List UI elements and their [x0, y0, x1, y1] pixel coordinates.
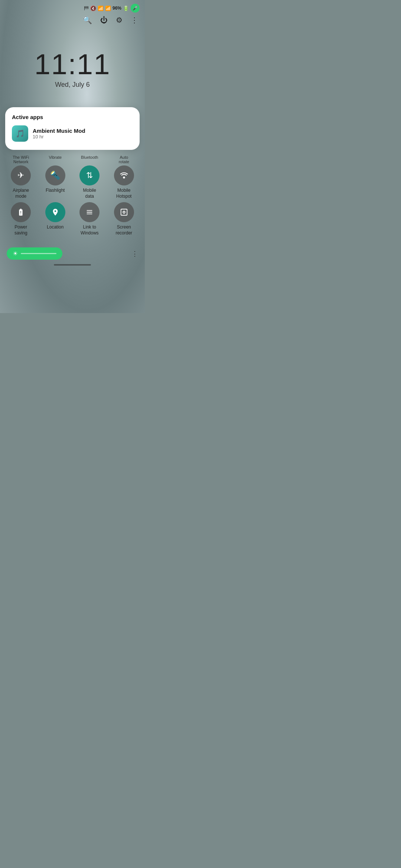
- home-bar: [54, 264, 91, 266]
- flashlight-label: Flashlight: [46, 188, 65, 194]
- qs-tile-flashlight[interactable]: 🔦 Flashlight: [40, 165, 70, 199]
- qs-tile-link-windows[interactable]: Link toWindows: [75, 202, 104, 236]
- signal-icon: 📶: [105, 6, 111, 11]
- screen-recorder-label: Screenrecorder: [115, 224, 132, 236]
- qs-tile-airplane-mode[interactable]: ✈ Airplanemode: [6, 165, 36, 199]
- bluetooth-icon: ⛿: [84, 6, 89, 11]
- hotspot-icon: [114, 165, 134, 185]
- partial-label-vibrate: Vibrate: [40, 155, 70, 164]
- brightness-icon: ☀: [13, 250, 18, 257]
- active-apps-title: Active apps: [12, 114, 133, 120]
- partial-label-rotate: Autorotate: [109, 155, 139, 164]
- location-icon: [45, 202, 65, 222]
- app-duration: 10 hr: [33, 134, 85, 139]
- flashlight-icon: 🔦: [45, 165, 65, 185]
- airplane-mode-label: Airplanemode: [13, 188, 29, 199]
- qs-row-2: Powersaving Location Link toWindows: [4, 202, 141, 236]
- battery-level: 96%: [113, 6, 121, 11]
- qs-row-partial: The WiFiNetwork Vibrate Bluetooth Autoro…: [4, 155, 141, 164]
- screen-recorder-icon: [114, 202, 134, 222]
- clock-date: Wed, July 6: [55, 81, 90, 89]
- qs-panel: The WiFiNetwork Vibrate Bluetooth Autoro…: [0, 155, 145, 236]
- status-icons: ⛿ 🔇 📶 📶 96% 🔋: [84, 6, 129, 11]
- qs-tile-screen-recorder[interactable]: Screenrecorder: [109, 202, 139, 236]
- partial-label-wifi: The WiFiNetwork: [6, 155, 36, 164]
- power-icon[interactable]: ⏻: [100, 16, 108, 24]
- brightness-bar: [21, 253, 56, 254]
- mobile-data-label: Mobiledata: [83, 188, 96, 199]
- app-name: Ambient Music Mod: [33, 128, 85, 134]
- battery-icon: 🔋: [123, 6, 129, 11]
- airplane-mode-icon: ✈: [11, 165, 31, 185]
- app-item: 🎵 Ambient Music Mod 10 hr: [12, 125, 133, 142]
- qs-tile-hotspot[interactable]: MobileHotspot: [109, 165, 139, 199]
- qs-tile-mobile-data[interactable]: ⇅ Mobiledata: [75, 165, 104, 199]
- app-info: Ambient Music Mod 10 hr: [33, 128, 85, 139]
- power-saving-icon: [11, 202, 31, 222]
- status-bar: ⛿ 🔇 📶 📶 96% 🔋 🎤: [0, 0, 145, 14]
- qs-row-1: ✈ Airplanemode 🔦 Flashlight ⇅ Mobiledata…: [4, 165, 141, 199]
- mobile-data-icon: ⇅: [79, 165, 100, 185]
- mic-button[interactable]: 🎤: [131, 4, 140, 13]
- clock-time: 11:11: [34, 50, 110, 79]
- clock-area: 11:11 Wed, July 6: [0, 27, 145, 89]
- qs-tile-location[interactable]: Location: [40, 202, 70, 236]
- app-icon-ambient: 🎵: [12, 125, 28, 142]
- link-windows-icon: [79, 202, 100, 222]
- mute-icon: 🔇: [90, 6, 96, 11]
- bottom-more-icon[interactable]: ⋮: [131, 250, 138, 258]
- active-apps-card: Active apps 🎵 Ambient Music Mod 10 hr: [5, 107, 140, 150]
- home-indicator: [0, 262, 145, 267]
- bottom-bar: ☀ ⋮: [0, 245, 145, 262]
- more-icon[interactable]: ⋮: [131, 16, 138, 24]
- partial-label-bt: Bluetooth: [75, 155, 104, 164]
- svg-point-1: [123, 211, 125, 213]
- power-saving-label: Powersaving: [14, 224, 27, 236]
- settings-icon[interactable]: ⚙: [116, 16, 123, 24]
- qs-tile-power-saving[interactable]: Powersaving: [6, 202, 36, 236]
- wifi-icon: 📶: [98, 6, 104, 11]
- qs-toolbar: 🔍 ⏻ ⚙ ⋮: [0, 14, 145, 27]
- search-icon[interactable]: 🔍: [83, 16, 92, 24]
- brightness-slider[interactable]: ☀: [7, 247, 62, 260]
- svg-rect-0: [121, 209, 127, 216]
- hotspot-label: MobileHotspot: [116, 188, 131, 199]
- location-label: Location: [47, 224, 63, 230]
- link-windows-label: Link toWindows: [81, 224, 99, 236]
